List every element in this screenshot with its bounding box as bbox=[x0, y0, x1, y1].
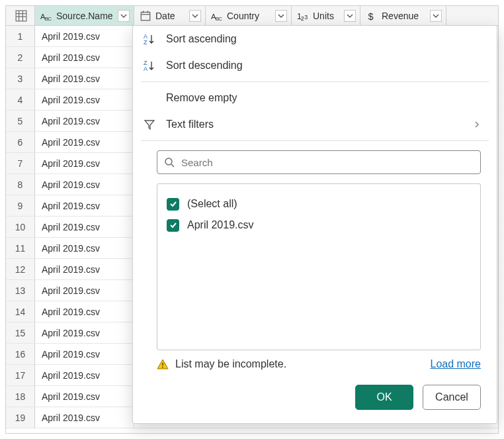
row-number: 16 bbox=[6, 344, 35, 364]
filter-icon bbox=[142, 119, 157, 130]
load-more-link[interactable]: Load more bbox=[431, 358, 482, 370]
cell-source[interactable]: April 2019.csv bbox=[35, 111, 134, 131]
cell-source[interactable]: April 2019.csv bbox=[35, 344, 134, 364]
chevron-down-icon bbox=[192, 13, 198, 19]
row-number: 2 bbox=[6, 47, 35, 68]
column-filter-dropdown[interactable] bbox=[430, 10, 442, 22]
column-filter-dropdown[interactable] bbox=[189, 10, 201, 22]
svg-line-24 bbox=[171, 164, 174, 167]
svg-point-23 bbox=[165, 158, 172, 165]
filter-value-label: April 2019.csv bbox=[187, 219, 254, 231]
cell-source[interactable]: April 2019.csv bbox=[35, 301, 134, 322]
svg-rect-0 bbox=[16, 11, 26, 21]
search-box[interactable] bbox=[157, 150, 481, 174]
row-number: 9 bbox=[6, 195, 35, 216]
column-header-date[interactable]: Date bbox=[134, 6, 206, 25]
filter-panel: AZ Sort ascending ZA Sort descending Rem… bbox=[132, 25, 497, 424]
svg-text:2: 2 bbox=[301, 15, 304, 21]
menu-separator bbox=[141, 140, 489, 141]
chevron-down-icon bbox=[278, 13, 284, 19]
row-number: 5 bbox=[6, 111, 35, 131]
text-filters-item[interactable]: Text filters bbox=[133, 111, 497, 138]
cell-source[interactable]: April 2019.csv bbox=[35, 217, 134, 237]
column-header-country[interactable]: ABC Country bbox=[206, 6, 292, 25]
row-number: 12 bbox=[6, 259, 35, 279]
ok-button[interactable]: OK bbox=[355, 385, 413, 410]
text-type-icon: ABC bbox=[211, 10, 223, 22]
svg-text:3: 3 bbox=[304, 13, 308, 20]
chevron-down-icon bbox=[120, 13, 127, 19]
chevron-right-icon bbox=[473, 121, 481, 128]
column-label: Revenue bbox=[382, 11, 426, 21]
chevron-down-icon bbox=[347, 13, 353, 19]
row-number: 10 bbox=[6, 217, 35, 237]
svg-text:Z: Z bbox=[144, 39, 147, 46]
row-number: 13 bbox=[6, 280, 35, 301]
search-input[interactable] bbox=[180, 156, 474, 169]
button-label: OK bbox=[376, 391, 392, 403]
select-all-row[interactable]: (Select all) bbox=[167, 193, 471, 215]
checkbox-checked-icon[interactable] bbox=[167, 219, 179, 232]
row-number: 14 bbox=[6, 301, 35, 322]
column-label: Country bbox=[227, 11, 271, 21]
sort-asc-icon: AZ bbox=[142, 32, 157, 46]
filter-value-label: (Select all) bbox=[187, 198, 237, 210]
row-number: 17 bbox=[6, 365, 35, 385]
menu-label: Remove empty bbox=[166, 92, 237, 104]
cancel-button[interactable]: Cancel bbox=[423, 385, 481, 410]
cell-source[interactable]: April 2019.csv bbox=[35, 280, 134, 301]
svg-text:$: $ bbox=[368, 11, 373, 21]
cell-source[interactable]: April 2019.csv bbox=[35, 89, 134, 110]
cell-source[interactable]: April 2019.csv bbox=[35, 132, 134, 152]
column-filter-dropdown[interactable] bbox=[275, 10, 287, 22]
row-number: 3 bbox=[6, 68, 35, 89]
cell-source[interactable]: April 2019.csv bbox=[35, 322, 134, 343]
column-filter-dropdown[interactable] bbox=[118, 10, 130, 22]
column-label: Source.Name bbox=[56, 11, 114, 21]
svg-text:A: A bbox=[144, 66, 147, 72]
remove-empty-item[interactable]: Remove empty bbox=[133, 85, 497, 111]
grid-header: ABC Source.Name Date ABC Country 123 Uni… bbox=[6, 6, 498, 26]
checkbox-checked-icon[interactable] bbox=[167, 198, 179, 211]
sort-ascending-item[interactable]: AZ Sort ascending bbox=[133, 26, 497, 52]
cell-source[interactable]: April 2019.csv bbox=[35, 68, 134, 89]
column-header-source[interactable]: ABC Source.Name bbox=[35, 6, 134, 25]
svg-rect-8 bbox=[141, 12, 150, 20]
svg-text:C: C bbox=[48, 15, 52, 21]
cell-source[interactable]: April 2019.csv bbox=[35, 153, 134, 173]
row-number: 15 bbox=[6, 322, 35, 343]
cell-source[interactable]: April 2019.csv bbox=[35, 259, 134, 279]
cell-source[interactable]: April 2019.csv bbox=[35, 386, 134, 407]
column-header-revenue[interactable]: $ Revenue bbox=[360, 6, 446, 25]
column-filter-dropdown[interactable] bbox=[344, 10, 356, 22]
filter-value-row[interactable]: April 2019.csv bbox=[167, 215, 471, 236]
row-number: 11 bbox=[6, 238, 35, 258]
svg-point-26 bbox=[162, 367, 163, 368]
chevron-down-icon bbox=[433, 13, 439, 19]
cell-source[interactable]: April 2019.csv bbox=[35, 47, 134, 68]
table-icon bbox=[15, 10, 27, 22]
cell-source[interactable]: April 2019.csv bbox=[35, 26, 134, 46]
row-number: 4 bbox=[6, 89, 35, 110]
cell-source[interactable]: April 2019.csv bbox=[35, 238, 134, 258]
row-number: 8 bbox=[6, 174, 35, 195]
menu-separator bbox=[141, 81, 489, 82]
number-type-icon: 123 bbox=[297, 10, 309, 22]
cell-source[interactable]: April 2019.csv bbox=[35, 365, 134, 385]
currency-type-icon: $ bbox=[366, 10, 378, 22]
sort-descending-item[interactable]: ZA Sort descending bbox=[133, 52, 497, 79]
date-type-icon bbox=[140, 10, 151, 22]
cell-source[interactable]: April 2019.csv bbox=[35, 174, 134, 195]
row-number: 6 bbox=[6, 132, 35, 152]
svg-text:C: C bbox=[218, 15, 222, 21]
column-header-units[interactable]: 123 Units bbox=[292, 6, 360, 25]
warning-text: List may be incomplete. bbox=[175, 358, 286, 370]
cell-source[interactable]: April 2019.csv bbox=[35, 195, 134, 216]
row-number-header[interactable] bbox=[6, 6, 35, 25]
row-number: 1 bbox=[6, 26, 35, 46]
menu-label: Text filters bbox=[166, 119, 214, 130]
warning-icon bbox=[157, 358, 169, 370]
row-number: 7 bbox=[6, 153, 35, 173]
cell-source[interactable]: April 2019.csv bbox=[35, 407, 134, 428]
button-label: Cancel bbox=[435, 391, 468, 403]
